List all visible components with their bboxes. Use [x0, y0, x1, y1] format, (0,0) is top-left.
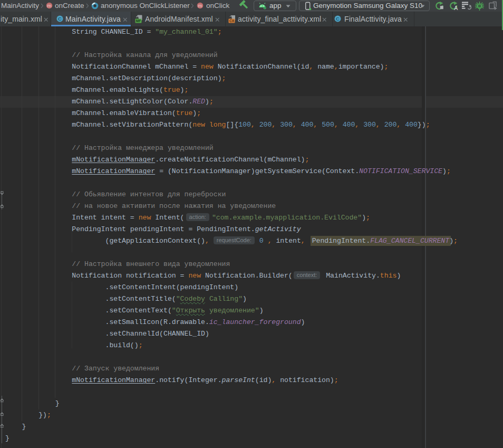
svg-text:CX: CX: [229, 19, 235, 23]
svg-text:m: m: [47, 3, 52, 8]
svg-text:A: A: [454, 5, 458, 11]
svg-text:C: C: [336, 16, 340, 22]
svg-text:m: m: [198, 3, 202, 8]
svg-text:MF: MF: [136, 19, 141, 23]
svg-text:C: C: [58, 16, 62, 22]
